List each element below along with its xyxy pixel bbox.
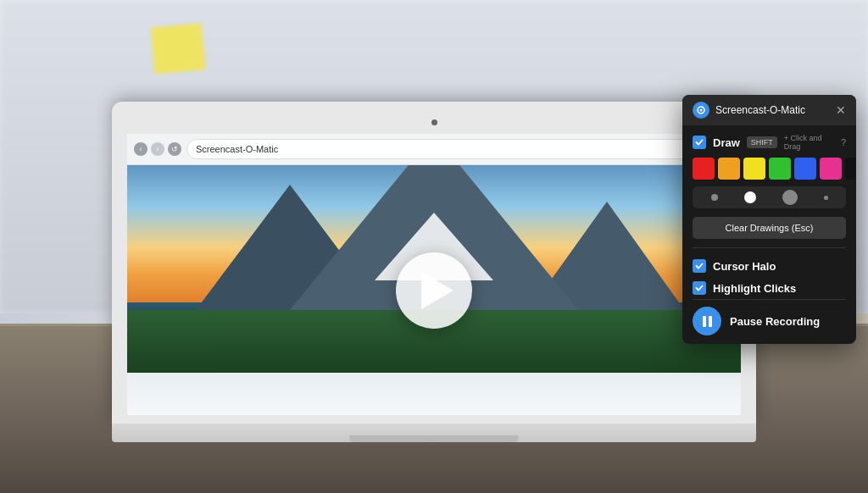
pause-recording-row: Pause Recording bbox=[693, 307, 846, 335]
app-logo-icon bbox=[693, 102, 709, 119]
color-black[interactable] bbox=[845, 158, 856, 180]
screencast-panel: Screencast-O-Matic ✕ Draw SHIFT + Click … bbox=[682, 95, 856, 344]
size-small[interactable] bbox=[711, 194, 718, 201]
draw-checkbox[interactable] bbox=[693, 136, 706, 149]
camera-dot bbox=[431, 119, 437, 125]
cursor-halo-checkbox[interactable] bbox=[693, 259, 706, 273]
laptop-hinge bbox=[349, 435, 519, 442]
draw-row: Draw SHIFT + Click and Drag ? bbox=[693, 134, 846, 151]
browser-controls: ‹ › ↺ bbox=[134, 142, 181, 156]
clear-drawings-button[interactable]: Clear Drawings (Esc) bbox=[693, 217, 846, 239]
play-button[interactable] bbox=[396, 252, 472, 329]
color-orange[interactable] bbox=[718, 158, 740, 180]
size-dots-row bbox=[693, 186, 846, 208]
play-icon bbox=[421, 272, 453, 309]
shortcut-badge: SHIFT bbox=[747, 136, 777, 148]
reload-button[interactable]: ↺ bbox=[168, 142, 181, 156]
color-green[interactable] bbox=[769, 158, 791, 180]
panel-header: Screencast-O-Matic ✕ bbox=[682, 95, 856, 125]
highlight-clicks-checkbox[interactable] bbox=[693, 281, 706, 295]
browser-chrome: ‹ › ↺ Screencast-O-Matic ⋮ bbox=[127, 134, 741, 165]
highlight-clicks-label: Highlight Clicks bbox=[713, 282, 846, 295]
size-large[interactable] bbox=[782, 190, 798, 205]
browser-frame: ‹ › ↺ Screencast-O-Matic ⋮ bbox=[127, 134, 741, 415]
address-text: Screencast-O-Matic bbox=[196, 144, 278, 154]
draw-label: Draw bbox=[713, 136, 740, 149]
color-swatches-row bbox=[693, 158, 846, 180]
divider-2 bbox=[693, 299, 846, 300]
pause-label: Pause Recording bbox=[730, 315, 820, 328]
pause-bar-right bbox=[709, 316, 712, 327]
forward-button[interactable]: › bbox=[151, 142, 164, 156]
color-yellow[interactable] bbox=[743, 158, 765, 180]
highlight-clicks-row: Highlight Clicks bbox=[693, 277, 846, 299]
cursor-halo-row: Cursor Halo bbox=[693, 255, 846, 277]
snow-ground bbox=[127, 373, 741, 415]
video-area bbox=[127, 165, 741, 415]
pause-icon bbox=[703, 316, 712, 327]
back-button[interactable]: ‹ bbox=[134, 142, 147, 156]
panel-title: Screencast-O-Matic bbox=[715, 104, 805, 116]
laptop: ‹ › ↺ Screencast-O-Matic ⋮ bbox=[112, 102, 756, 442]
pause-button[interactable] bbox=[693, 307, 721, 335]
size-xlarge[interactable] bbox=[824, 196, 828, 200]
shortcut-label: SHIFT bbox=[751, 138, 773, 147]
cursor-halo-label: Cursor Halo bbox=[713, 260, 846, 273]
close-button[interactable]: ✕ bbox=[836, 104, 846, 116]
laptop-base bbox=[112, 424, 756, 442]
panel-header-left: Screencast-O-Matic bbox=[693, 102, 805, 119]
divider-1 bbox=[693, 247, 846, 248]
laptop-screen-outer: ‹ › ↺ Screencast-O-Matic ⋮ bbox=[112, 102, 756, 424]
laptop-top-bar bbox=[127, 117, 741, 127]
color-red[interactable] bbox=[693, 158, 715, 180]
color-blue[interactable] bbox=[794, 158, 816, 180]
color-pink[interactable] bbox=[820, 158, 842, 180]
help-icon[interactable]: ? bbox=[841, 137, 846, 147]
shortcut-suffix: + Click and Drag bbox=[784, 134, 832, 151]
panel-body: Draw SHIFT + Click and Drag ? Clear bbox=[682, 125, 856, 344]
size-medium[interactable] bbox=[744, 191, 756, 203]
sticky-note bbox=[151, 23, 206, 74]
pause-bar-left bbox=[703, 316, 706, 327]
address-bar[interactable]: Screencast-O-Matic bbox=[186, 139, 714, 159]
svg-point-1 bbox=[700, 109, 703, 112]
